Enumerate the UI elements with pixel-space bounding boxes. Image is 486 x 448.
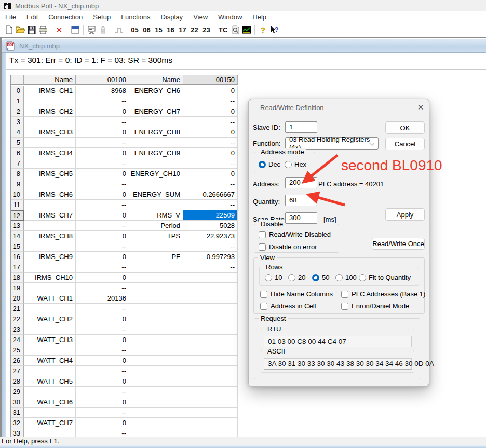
grid-cell[interactable]: WATT_CH1: [24, 293, 76, 304]
grid-cell[interactable]: IRMS_CH8: [24, 231, 76, 241]
grid-cell[interactable]: --: [76, 366, 129, 376]
test-center-button[interactable]: TC: [217, 26, 230, 34]
grid-cell[interactable]: [24, 117, 76, 127]
grid-cell[interactable]: [24, 283, 76, 293]
close-icon[interactable]: ✕: [416, 103, 425, 112]
grid-cell[interactable]: [129, 418, 183, 428]
grid-cell[interactable]: [24, 179, 76, 189]
grid-cell[interactable]: 0: [76, 252, 129, 262]
grid-cell[interactable]: --: [76, 408, 129, 418]
grid-cell[interactable]: [24, 200, 76, 210]
rows-radio-50[interactable]: 50: [312, 274, 329, 281]
grid-cell[interactable]: [129, 179, 183, 189]
grid-cell[interactable]: [129, 387, 183, 397]
grid-cell[interactable]: 0: [76, 376, 129, 387]
grid-cell[interactable]: [183, 397, 238, 408]
grid-cell[interactable]: [129, 366, 183, 376]
grid-cell[interactable]: ENERGY_CH9: [129, 148, 183, 158]
grid-cell[interactable]: 5028: [183, 221, 238, 231]
grid-cell[interactable]: 0: [76, 314, 129, 324]
grid-cell[interactable]: [129, 293, 183, 304]
grid-cell[interactable]: ENERGY_CH6: [129, 86, 183, 96]
grid-cell[interactable]: --: [76, 345, 129, 356]
open-file-button[interactable]: [15, 24, 26, 35]
grid-cell[interactable]: [129, 262, 183, 273]
grid-cell[interactable]: --: [76, 158, 129, 169]
grid-cell[interactable]: [129, 376, 183, 387]
grid-cell[interactable]: --: [183, 96, 238, 106]
grid-cell[interactable]: [24, 262, 76, 273]
grid-cell[interactable]: [183, 376, 238, 387]
grid-cell[interactable]: [24, 158, 76, 169]
grid-cell[interactable]: [129, 273, 183, 283]
checkbox-disable-on-error[interactable]: Disable on error: [259, 243, 317, 251]
checkbox-address-in-cell[interactable]: Address in Cell: [260, 302, 316, 310]
function-23-button[interactable]: 23: [201, 26, 212, 34]
delete-button[interactable]: ✕: [53, 24, 65, 35]
grid-cell[interactable]: [129, 324, 183, 335]
grid-cell[interactable]: 0: [76, 169, 129, 179]
function-16-button[interactable]: 16: [165, 26, 176, 34]
grid-cell[interactable]: [24, 387, 76, 397]
checkbox-hide-name-columns[interactable]: Hide Name Columns: [260, 290, 333, 298]
grid-cell[interactable]: --: [183, 138, 238, 148]
grid-cell[interactable]: 8968: [76, 86, 129, 96]
grid-cell[interactable]: 0: [76, 231, 129, 241]
menu-item-window[interactable]: Window: [213, 11, 247, 23]
grid-cell[interactable]: 0: [183, 106, 238, 117]
grid-cell[interactable]: --: [183, 179, 238, 189]
menu-item-edit[interactable]: Edit: [21, 11, 43, 23]
grid-cell[interactable]: TPS: [129, 231, 183, 241]
grid-cell[interactable]: WATT_CH3: [24, 335, 76, 345]
grid-cell[interactable]: IRMS_CH5: [24, 169, 76, 179]
grid-cell[interactable]: ENERGY_SUM: [129, 189, 183, 200]
grid-cell[interactable]: --: [183, 200, 238, 210]
grid-cell[interactable]: IRMS_CH4: [24, 148, 76, 158]
grid-cell[interactable]: 20136: [76, 293, 129, 304]
save-button[interactable]: [26, 24, 37, 35]
grid-cell[interactable]: 0: [76, 189, 129, 200]
apply-button[interactable]: Apply: [385, 208, 425, 221]
context-help-button[interactable]: ?: [268, 24, 280, 35]
grid-cell[interactable]: Period: [129, 221, 183, 231]
grid-cell[interactable]: [183, 283, 238, 293]
write-register-button[interactable]: [97, 24, 109, 35]
grid-cell[interactable]: ENERGY_CH10: [129, 169, 183, 179]
grid-cell[interactable]: [129, 200, 183, 210]
function-15-button[interactable]: 15: [153, 26, 164, 34]
grid-cell[interactable]: 0: [76, 127, 129, 138]
grid-cell[interactable]: [24, 345, 76, 356]
checkbox-read-write-disabled[interactable]: Read/Write Disabled: [259, 230, 331, 238]
grid-cell[interactable]: [24, 96, 76, 106]
grid-cell[interactable]: [24, 304, 76, 314]
rows-radio-10[interactable]: 10: [265, 274, 282, 281]
grid-cell[interactable]: 0: [183, 86, 238, 96]
grid-cell[interactable]: --: [76, 96, 129, 106]
grid-cell[interactable]: --: [76, 304, 129, 314]
ok-button[interactable]: OK: [385, 121, 425, 134]
grid-cell[interactable]: [129, 241, 183, 252]
grid-cell[interactable]: ENERGY_CH7: [129, 106, 183, 117]
grid-cell[interactable]: [24, 138, 76, 148]
grid-cell[interactable]: 0: [76, 418, 129, 428]
grid-cell[interactable]: WATT_CH5: [24, 376, 76, 387]
grid-cell[interactable]: [183, 418, 238, 428]
grid-cell[interactable]: 0: [76, 335, 129, 345]
menu-item-functions[interactable]: Functions: [116, 11, 155, 23]
grid-cell[interactable]: 0: [76, 397, 129, 408]
grid-cell[interactable]: [24, 324, 76, 335]
menu-item-display[interactable]: Display: [156, 11, 188, 23]
help-button[interactable]: ?: [257, 24, 268, 35]
grid-cell[interactable]: 0: [183, 169, 238, 179]
grid-cell[interactable]: IRMS_CH9: [24, 252, 76, 262]
grid-cell[interactable]: ENERGY_CH8: [129, 127, 183, 138]
grid-cell[interactable]: WATT_CH6: [24, 397, 76, 408]
grid-cell[interactable]: [129, 96, 183, 106]
grid-cell[interactable]: [129, 397, 183, 408]
scan-rate-input[interactable]: 300: [285, 212, 317, 224]
grid-cell[interactable]: [183, 387, 238, 397]
function-05-button[interactable]: 05: [129, 26, 140, 34]
grid-cell[interactable]: [183, 356, 238, 366]
grid-cell[interactable]: [183, 293, 238, 304]
function-22-button[interactable]: 22: [189, 26, 200, 34]
